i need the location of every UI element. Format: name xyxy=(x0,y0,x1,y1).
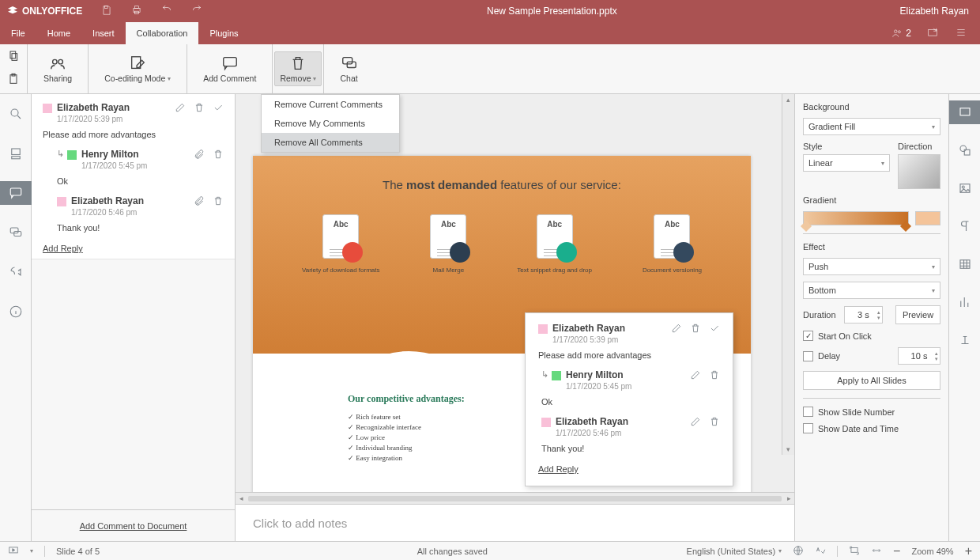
gradient-color[interactable] xyxy=(915,211,940,225)
horizontal-scrollbar[interactable]: ◂▸ xyxy=(236,492,794,504)
attach-icon[interactable] xyxy=(194,195,205,209)
feature-item: AbcText snippet drag and drop xyxy=(517,214,592,274)
edit-icon[interactable] xyxy=(690,416,701,429)
zoom-in-icon[interactable]: + xyxy=(965,544,972,558)
document-title: New Sample Presentation.pptx xyxy=(215,6,888,17)
search-icon[interactable] xyxy=(0,102,32,126)
start-on-click-checkbox[interactable]: ✓Start On Click xyxy=(803,331,940,341)
tab-plugins[interactable]: Plugins xyxy=(198,22,249,44)
save-icon[interactable] xyxy=(100,5,113,18)
chart-settings-icon[interactable] xyxy=(949,290,981,314)
duration-input[interactable]: 3 s▴▾ xyxy=(844,306,884,324)
delete-icon[interactable] xyxy=(709,369,720,383)
attach-icon[interactable] xyxy=(194,149,205,162)
reply-date: 1/17/2020 5:46 pm xyxy=(556,429,628,437)
delay-checkbox[interactable]: Delay xyxy=(803,351,890,361)
add-reply-link[interactable]: Add Reply xyxy=(538,464,579,474)
users-icon[interactable]: 2 xyxy=(890,28,911,39)
comments-icon[interactable] xyxy=(0,181,32,205)
spellcheck-icon[interactable] xyxy=(815,545,826,558)
paragraph-settings-icon[interactable] xyxy=(949,214,981,238)
chat-button[interactable]: Chat xyxy=(335,52,362,85)
direction-picker[interactable] xyxy=(898,154,940,189)
delete-icon[interactable] xyxy=(194,102,205,115)
right-panel: Background Gradient Fill▾ Style Linear▾ … xyxy=(794,94,948,541)
svg-rect-32 xyxy=(851,547,858,552)
remove-current-comments[interactable]: Remove Current Comments xyxy=(262,95,399,114)
chevron-down-icon: ▾ xyxy=(313,75,316,82)
svg-rect-0 xyxy=(105,6,108,8)
effect-select[interactable]: Push▾ xyxy=(803,258,940,275)
tab-collaboration[interactable]: Collaboration xyxy=(126,22,199,44)
resolve-icon[interactable] xyxy=(709,323,720,336)
delete-icon[interactable] xyxy=(213,149,224,162)
coediting-button[interactable]: Co-editing Mode▾ xyxy=(100,52,175,85)
menubar: File Home Insert Collaboration Plugins 2 xyxy=(0,22,980,44)
reply-date: 1/17/2020 5:45 pm xyxy=(566,382,631,391)
paste-icon[interactable] xyxy=(6,73,21,88)
apply-all-button[interactable]: Apply to All Slides xyxy=(803,371,940,390)
avatar xyxy=(541,418,551,427)
globe-icon[interactable] xyxy=(793,545,804,558)
add-reply-link[interactable]: Add Reply xyxy=(43,244,83,253)
chat-icon[interactable] xyxy=(0,221,32,244)
print-icon[interactable] xyxy=(130,5,143,18)
delay-input[interactable]: 10 s▴▾ xyxy=(898,347,940,365)
feedback-icon[interactable] xyxy=(0,260,32,284)
language-selector[interactable]: English (United States)▾ xyxy=(687,547,782,556)
vertical-scrollbar[interactable]: ▴▾ xyxy=(782,94,794,455)
svg-rect-18 xyxy=(11,149,20,155)
shape-settings-icon[interactable] xyxy=(949,138,981,162)
floating-comment: Elizabeth Rayan 1/17/2020 5:39 pm Please… xyxy=(525,312,733,486)
play-icon[interactable] xyxy=(8,545,19,558)
zoom-level[interactable]: Zoom 49% xyxy=(911,547,953,556)
gradient-slider[interactable] xyxy=(803,211,909,225)
fit-width-icon[interactable] xyxy=(871,545,882,558)
table-settings-icon[interactable] xyxy=(949,252,981,276)
redo-icon[interactable] xyxy=(190,5,203,18)
fit-slide-icon[interactable] xyxy=(849,545,860,558)
edit-icon[interactable] xyxy=(175,102,186,115)
notes-area[interactable]: Click to add notes xyxy=(236,504,794,541)
undo-icon[interactable] xyxy=(160,5,173,18)
fill-select[interactable]: Gradient Fill▾ xyxy=(803,118,940,135)
remove-my-comments[interactable]: Remove My Comments xyxy=(262,114,399,133)
svg-rect-3 xyxy=(135,11,139,14)
menu-icon[interactable] xyxy=(954,27,968,40)
delete-icon[interactable] xyxy=(213,195,224,209)
remove-all-comments[interactable]: Remove All Comments xyxy=(262,133,399,152)
current-user[interactable]: Elizabeth Rayan xyxy=(889,6,980,17)
tab-home[interactable]: Home xyxy=(36,22,81,44)
add-comment-to-document[interactable]: Add Comment to Document xyxy=(32,509,235,541)
image-settings-icon[interactable] xyxy=(949,176,981,200)
svg-rect-19 xyxy=(11,157,20,159)
chevron-down-icon: ▾ xyxy=(168,75,171,82)
slide-settings-icon[interactable] xyxy=(949,100,981,124)
add-comment-button[interactable]: Add Comment xyxy=(198,52,261,85)
edit-icon[interactable] xyxy=(671,323,682,336)
remove-button[interactable]: Remove▾ xyxy=(274,51,322,86)
effect-dir-select[interactable]: Bottom▾ xyxy=(803,282,940,299)
comment-reply: ↳ Henry Milton 1/17/2020 5:45 pm Ok xyxy=(57,149,224,186)
about-icon[interactable] xyxy=(0,300,32,324)
slides-icon[interactable] xyxy=(0,142,32,165)
open-location-icon[interactable] xyxy=(925,27,940,40)
delete-icon[interactable] xyxy=(709,416,720,429)
edit-icon[interactable] xyxy=(690,369,701,383)
tab-insert[interactable]: Insert xyxy=(81,22,126,44)
reply-arrow-icon: ↳ xyxy=(541,369,548,380)
preview-button[interactable]: Preview xyxy=(895,305,940,324)
svg-point-11 xyxy=(53,59,58,64)
textart-settings-icon[interactable] xyxy=(949,328,981,352)
show-slide-number-checkbox[interactable]: Show Slide Number xyxy=(803,407,940,417)
tab-file[interactable]: File xyxy=(0,22,36,44)
delete-icon[interactable] xyxy=(690,323,701,336)
feature-item: AbcMail Merge xyxy=(430,214,466,274)
sharing-button[interactable]: Sharing xyxy=(39,52,77,85)
zoom-out-icon[interactable]: − xyxy=(893,544,900,558)
show-date-checkbox[interactable]: Show Date and Time xyxy=(803,423,940,433)
style-select[interactable]: Linear▾ xyxy=(803,154,890,172)
copy-icon[interactable] xyxy=(6,50,21,65)
comment-date: 1/17/2020 5:39 pm xyxy=(57,115,130,123)
resolve-icon[interactable] xyxy=(213,102,224,115)
